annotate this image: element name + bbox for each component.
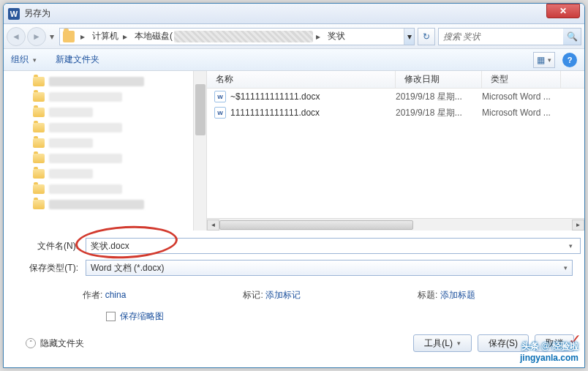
horizontal-scrollbar[interactable]: ◄ ► bbox=[207, 218, 584, 231]
search-box[interactable]: 🔍 bbox=[438, 28, 581, 45]
scroll-left-icon[interactable]: ◄ bbox=[207, 220, 219, 231]
dialog-footer: ˄ 隐藏文件夹 工具(L)▾ 保存(S) 取消 bbox=[4, 330, 584, 361]
save-thumbnail-label[interactable]: 保存缩略图 bbox=[120, 310, 164, 323]
scroll-right-icon[interactable]: ► bbox=[572, 220, 584, 231]
tree-item[interactable] bbox=[4, 120, 206, 135]
redacted-label bbox=[49, 154, 122, 163]
folder-icon bbox=[33, 108, 45, 117]
column-name[interactable]: 名称 bbox=[207, 71, 396, 88]
chevron-right-icon[interactable]: ▸ bbox=[313, 31, 323, 42]
folder-icon bbox=[63, 31, 75, 42]
filename-form: 文件名(N): ▾ 保存类型(T): Word 文档 (*.docx) ▾ bbox=[4, 231, 584, 286]
titlebar: W 另存为 ✕ bbox=[4, 4, 584, 24]
tag-label: 标记: bbox=[243, 290, 263, 300]
redacted-label bbox=[49, 184, 122, 194]
collapse-icon: ˄ bbox=[26, 338, 36, 348]
chevron-down-icon: ▾ bbox=[564, 264, 568, 271]
search-input[interactable] bbox=[439, 31, 563, 42]
forward-button[interactable]: ► bbox=[27, 27, 46, 46]
author-label: 作者: bbox=[83, 290, 102, 300]
chevron-right-icon[interactable]: ▸ bbox=[120, 31, 130, 42]
tree-item[interactable] bbox=[4, 105, 206, 120]
redacted-label bbox=[49, 77, 144, 86]
refresh-button[interactable]: ↻ bbox=[418, 28, 435, 45]
folder-icon bbox=[33, 77, 45, 86]
redacted-label bbox=[49, 108, 93, 117]
file-list-pane: 名称 修改日期 类型 W ~$111111111111.docx 2019/9/… bbox=[207, 71, 584, 231]
folder-icon bbox=[33, 92, 45, 102]
back-button[interactable]: ◄ bbox=[7, 27, 26, 46]
close-button[interactable]: ✕ bbox=[546, 4, 580, 18]
folder-icon bbox=[33, 154, 45, 163]
history-dropdown-icon[interactable]: ▾ bbox=[48, 31, 56, 42]
window-title: 另存为 bbox=[24, 7, 546, 20]
column-headers: 名称 修改日期 类型 bbox=[207, 71, 584, 89]
filename-label: 文件名(N): bbox=[15, 240, 86, 252]
organize-menu[interactable]: 组织▾ bbox=[11, 53, 37, 66]
breadcrumb-current[interactable]: 奖状 bbox=[323, 29, 347, 45]
file-date: 2019/9/18 星期... bbox=[396, 91, 482, 103]
breadcrumb[interactable]: ▸ 计算机 ▸ 本地磁盘( ▸ 奖状 ▾ bbox=[59, 28, 415, 45]
cancel-button[interactable]: 取消 bbox=[535, 334, 574, 352]
scroll-thumb[interactable] bbox=[219, 220, 413, 230]
search-icon[interactable]: 🔍 bbox=[563, 29, 581, 45]
folder-icon bbox=[33, 169, 45, 179]
word-doc-icon: W bbox=[214, 107, 226, 119]
folder-icon bbox=[33, 138, 45, 148]
file-name: ~$111111111111.docx bbox=[230, 91, 396, 102]
tree-scrollbar[interactable] bbox=[193, 71, 206, 231]
file-type: Microsoft Word ... bbox=[482, 108, 551, 118]
tree-item[interactable] bbox=[4, 166, 206, 181]
filetype-label: 保存类型(T): bbox=[15, 262, 86, 274]
breadcrumb-disk[interactable]: 本地磁盘( bbox=[130, 29, 174, 45]
tree-item[interactable] bbox=[4, 74, 206, 89]
column-date[interactable]: 修改日期 bbox=[396, 71, 482, 88]
file-row[interactable]: W 11111111111111.docx 2019/9/18 星期... Mi… bbox=[207, 105, 584, 121]
filename-input[interactable] bbox=[86, 238, 581, 254]
new-folder-button[interactable]: 新建文件夹 bbox=[56, 53, 99, 66]
redacted-label bbox=[49, 92, 122, 102]
navigation-bar: ◄ ► ▾ ▸ 计算机 ▸ 本地磁盘( ▸ 奖状 ▾ ↻ 🔍 bbox=[4, 24, 584, 49]
save-button[interactable]: 保存(S) bbox=[478, 334, 529, 352]
filetype-select[interactable]: Word 文档 (*.docx) ▾ bbox=[86, 260, 573, 276]
chevron-right-icon[interactable]: ▸ bbox=[78, 31, 88, 42]
breadcrumb-dropdown-icon[interactable]: ▾ bbox=[404, 29, 414, 45]
file-type: Microsoft Word ... bbox=[482, 91, 551, 102]
file-list: W ~$111111111111.docx 2019/9/18 星期... Mi… bbox=[207, 89, 584, 218]
tree-item[interactable] bbox=[4, 135, 206, 151]
file-date: 2019/9/18 星期... bbox=[396, 107, 482, 119]
tools-menu-button[interactable]: 工具(L)▾ bbox=[413, 334, 472, 352]
folder-icon bbox=[33, 123, 45, 132]
redacted-label bbox=[49, 200, 144, 209]
add-tag-link[interactable]: 添加标记 bbox=[265, 290, 301, 300]
redacted-label bbox=[49, 169, 93, 179]
word-app-icon: W bbox=[8, 8, 20, 20]
toolbar: 组织▾ 新建文件夹 ▦ ▾ ? bbox=[4, 49, 584, 71]
breadcrumb-computer[interactable]: 计算机 bbox=[88, 29, 120, 45]
file-row[interactable]: W ~$111111111111.docx 2019/9/18 星期... Mi… bbox=[207, 89, 584, 105]
folder-icon bbox=[33, 184, 45, 194]
folder-icon bbox=[33, 200, 45, 209]
metadata-row: 作者: china 标记: 添加标记 标题: 添加标题 bbox=[4, 286, 584, 309]
scroll-thumb[interactable] bbox=[195, 84, 206, 135]
tree-item[interactable] bbox=[4, 181, 206, 197]
filetype-value: Word 文档 (*.docx) bbox=[91, 262, 164, 274]
scroll-track[interactable] bbox=[219, 220, 572, 231]
tree-item[interactable] bbox=[4, 197, 206, 212]
redacted-label bbox=[49, 123, 122, 132]
column-type[interactable]: 类型 bbox=[482, 71, 561, 88]
author-value[interactable]: china bbox=[105, 290, 127, 300]
thumbnail-option: 保存缩略图 bbox=[4, 309, 584, 330]
redacted-label bbox=[49, 138, 93, 148]
chevron-down-icon[interactable]: ▾ bbox=[569, 242, 573, 250]
save-thumbnail-checkbox[interactable] bbox=[106, 312, 116, 321]
add-title-link[interactable]: 添加标题 bbox=[440, 290, 475, 300]
folder-tree[interactable] bbox=[4, 71, 207, 231]
tree-item[interactable] bbox=[4, 89, 206, 105]
file-name: 11111111111111.docx bbox=[230, 108, 396, 118]
hide-folders-toggle[interactable]: ˄ 隐藏文件夹 bbox=[26, 337, 84, 350]
help-button[interactable]: ? bbox=[562, 53, 577, 67]
view-options-button[interactable]: ▦ ▾ bbox=[533, 52, 555, 68]
tree-item[interactable] bbox=[4, 151, 206, 166]
chevron-down-icon: ▾ bbox=[457, 340, 461, 347]
